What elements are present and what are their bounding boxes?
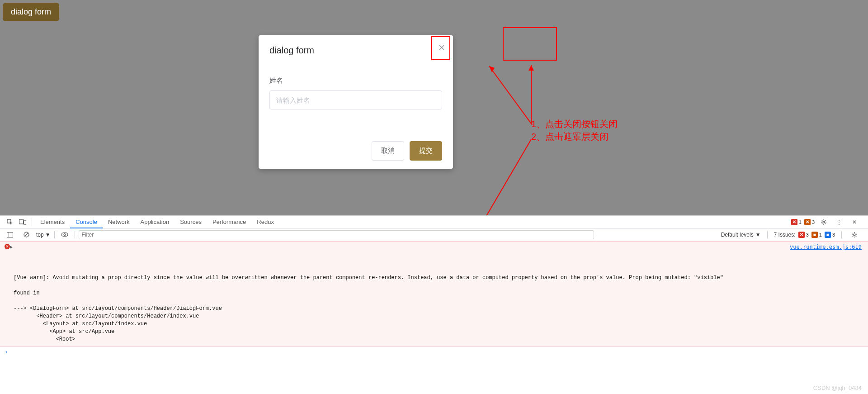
device-toggle-icon[interactable] <box>19 218 26 226</box>
console-settings-icon[interactable] <box>851 231 858 238</box>
inspect-icon[interactable] <box>6 218 14 226</box>
svg-rect-9 <box>19 219 24 224</box>
devtools-tabs-right: ✕1 ✕3 ⋮ ✕ <box>791 218 864 226</box>
close-icon[interactable] <box>438 43 446 52</box>
error-count: 1 <box>799 219 802 225</box>
svg-line-2 <box>489 66 532 125</box>
warn-count-badge[interactable]: ✕3 <box>804 219 815 225</box>
issues-warn-count: 1 <box>819 232 822 237</box>
console-sidebar-toggle-icon[interactable] <box>6 231 14 238</box>
dialog: dialog form 姓名 取消 提交 <box>259 35 453 169</box>
error-icon: ✕ <box>5 244 10 249</box>
trace-line: <Header> at src/layout/components/Header… <box>14 313 199 319</box>
issues-label[interactable]: 7 Issues: ✕3 ■1 ■3 <box>774 232 835 238</box>
expand-icon[interactable]: ▶ <box>10 243 13 251</box>
tab-console[interactable]: Console <box>70 216 103 228</box>
dialog-form-trigger-button[interactable]: dialog form <box>3 3 59 21</box>
divider <box>54 231 55 238</box>
console-filter-bar: top ▼ Default levels ▼ 7 Issues: ✕3 ■1 ■… <box>0 228 868 241</box>
name-label: 姓名 <box>269 76 442 85</box>
issues-info-count: 3 <box>832 232 835 237</box>
annotation-line-2: 2、点击遮罩层关闭 <box>531 130 618 143</box>
log-levels-selector[interactable]: Default levels ▼ <box>721 232 761 238</box>
annotation-overlay-rect <box>503 27 557 61</box>
svg-rect-12 <box>7 232 13 237</box>
tab-elements[interactable]: Elements <box>35 216 70 228</box>
close-devtools-icon[interactable]: ✕ <box>851 218 858 226</box>
svg-point-17 <box>64 234 66 236</box>
devtools-tabs: Elements Console Network Application Sou… <box>0 216 868 228</box>
tab-performance[interactable]: Performance <box>207 216 251 228</box>
trace-line: ---> <DialogForm> at src/layout/componen… <box>14 305 222 312</box>
svg-line-15 <box>25 233 28 236</box>
name-input[interactable] <box>269 90 442 109</box>
submit-button[interactable]: 提交 <box>410 141 442 161</box>
svg-marker-3 <box>489 66 495 72</box>
error-count-badge[interactable]: ✕1 <box>791 219 802 225</box>
annotation-line-1: 1、点击关闭按钮关闭 <box>531 118 618 130</box>
dialog-title: dialog form <box>269 45 442 56</box>
warn-count: 3 <box>812 219 815 225</box>
trace-line: <Root> <box>14 336 75 342</box>
svg-point-18 <box>854 234 855 236</box>
settings-icon[interactable] <box>820 218 827 226</box>
tab-application[interactable]: Application <box>135 216 175 228</box>
svg-marker-5 <box>528 65 534 71</box>
app-overlay[interactable]: dialog form dialog form 姓名 取消 提交 1、点击关闭按… <box>0 0 868 215</box>
warn-text: [Vue warn]: Avoid mutating a prop direct… <box>14 275 723 281</box>
annotation-text: 1、点击关闭按钮关闭 2、点击遮罩层关闭 <box>531 118 618 143</box>
trace-line: <App> at src/App.vue <box>14 328 114 335</box>
dialog-body: 姓名 <box>269 76 442 109</box>
tab-sources[interactable]: Sources <box>175 216 207 228</box>
cancel-button[interactable]: 取消 <box>372 141 404 161</box>
tab-redux[interactable]: Redux <box>251 216 279 228</box>
divider <box>32 218 32 226</box>
source-link[interactable]: vue.runtime.esm.js:619 <box>790 243 862 251</box>
console-error-entry[interactable]: ✕ ▶ vue.runtime.esm.js:619 [Vue warn]: A… <box>0 241 868 347</box>
annotation-arrow-1 <box>467 57 534 134</box>
found-in: found in <box>14 290 40 296</box>
filter-input[interactable] <box>79 230 594 239</box>
trace-line: <Layout> at src/layout/index.vue <box>14 321 147 327</box>
watermark: CSDN @jqh_0484 <box>813 385 862 391</box>
kebab-icon[interactable]: ⋮ <box>835 218 843 226</box>
clear-console-icon[interactable] <box>23 231 30 238</box>
svg-point-16 <box>61 233 68 237</box>
issues-err-count: 3 <box>806 232 809 237</box>
console-prompt[interactable]: › <box>0 347 868 356</box>
tab-network[interactable]: Network <box>103 216 135 228</box>
devtools-panel: Elements Console Network Application Sou… <box>0 215 868 394</box>
divider <box>767 231 768 238</box>
divider <box>75 231 75 238</box>
svg-point-11 <box>823 221 825 223</box>
live-expression-icon[interactable] <box>61 231 68 238</box>
dialog-footer: 取消 提交 <box>269 141 442 161</box>
svg-rect-10 <box>24 221 26 224</box>
context-selector[interactable]: top ▼ <box>36 232 51 238</box>
divider <box>841 231 842 238</box>
